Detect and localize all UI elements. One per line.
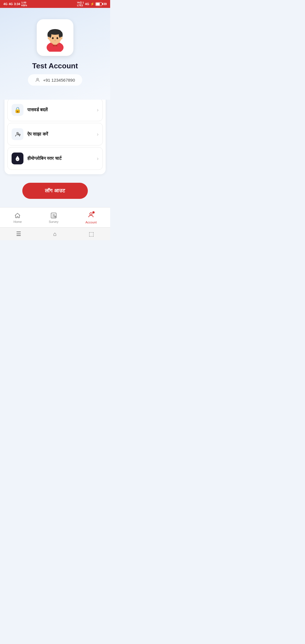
svg-point-10 bbox=[55, 40, 56, 41]
nav-survey-label: Survey bbox=[49, 220, 58, 223]
svg-rect-12 bbox=[55, 45, 57, 46]
nav-survey[interactable]: Survey bbox=[43, 211, 64, 225]
phone-number: +91 1234567890 bbox=[43, 78, 75, 82]
menu-section: 🔒 पासवर्ड बदलें › ऐप साझा करें › हीमोग्ल… bbox=[5, 94, 106, 174]
menu-item-hemoglobin-chart[interactable]: हीमोग्लोबिन स्तर चार्ट › bbox=[7, 147, 103, 170]
sim2-4g: 4G bbox=[85, 2, 89, 6]
nav-account-label: Account bbox=[85, 221, 97, 224]
menu-item-change-password[interactable]: 🔒 पासवर्ड बदलें › bbox=[7, 99, 103, 121]
lock-icon: 🔒 bbox=[12, 104, 23, 116]
home-system-button[interactable]: ⌂ bbox=[53, 231, 56, 237]
battery-percent: 39 bbox=[103, 2, 107, 6]
profile-section: Test Account +91 1234567890 bbox=[0, 8, 110, 100]
account-icon-wrap bbox=[88, 212, 94, 219]
svg-point-8 bbox=[52, 37, 54, 39]
menu-item-share-app[interactable]: ऐप साझा करें › bbox=[7, 123, 103, 145]
share-app-label: ऐप साझा करें bbox=[27, 132, 93, 137]
status-bar: 4G 4G 3:34 1.00KB/s Vo)) 1LTE2 4G ⚡ 39 bbox=[0, 0, 110, 8]
svg-point-22 bbox=[90, 213, 92, 215]
svg-line-16 bbox=[18, 134, 19, 134]
status-right: Vo)) 1LTE2 4G ⚡ 39 bbox=[77, 1, 107, 7]
chevron-right-icon-2: › bbox=[97, 131, 99, 137]
nav-account[interactable]: Account bbox=[80, 210, 102, 225]
avatar-image bbox=[41, 23, 69, 52]
logout-button[interactable]: लॉग आउट bbox=[22, 183, 88, 199]
battery-indicator bbox=[95, 2, 102, 6]
blood-drop-icon bbox=[12, 153, 23, 164]
bottom-nav: Home Survey Account bbox=[0, 207, 110, 227]
account-active-dot bbox=[92, 211, 95, 214]
change-password-label: पासवर्ड बदलें bbox=[27, 107, 93, 112]
chevron-right-icon: › bbox=[97, 107, 99, 113]
menu-system-button[interactable]: ☰ bbox=[16, 230, 21, 237]
home-icon bbox=[14, 212, 21, 219]
person-icon bbox=[35, 77, 40, 82]
svg-point-7 bbox=[60, 37, 62, 40]
avatar-container bbox=[37, 19, 73, 56]
svg-rect-21 bbox=[55, 216, 56, 217]
signal-2: 4G bbox=[9, 2, 13, 6]
lightning-icon: ⚡ bbox=[90, 2, 94, 6]
svg-point-9 bbox=[56, 37, 58, 39]
svg-point-13 bbox=[37, 78, 38, 80]
svg-point-6 bbox=[48, 37, 50, 40]
nav-home[interactable]: Home bbox=[8, 211, 27, 225]
time: 3:34 bbox=[14, 2, 20, 6]
logout-section: लॉग आउट bbox=[0, 174, 110, 207]
back-system-button[interactable]: ⬚ bbox=[89, 230, 94, 237]
hemoglobin-label: हीमोग्लोबिन स्तर चार्ट bbox=[27, 156, 93, 161]
status-left: 4G 4G 3:34 1.00KB/s bbox=[3, 1, 27, 7]
signal-1: 4G bbox=[3, 2, 8, 6]
survey-icon bbox=[50, 212, 57, 219]
profile-name: Test Account bbox=[32, 62, 78, 70]
system-nav-bar: ☰ ⌂ ⬚ bbox=[0, 227, 110, 240]
share-icon bbox=[12, 128, 23, 140]
speed: 1.00KB/s bbox=[21, 1, 27, 7]
nav-home-label: Home bbox=[14, 220, 22, 223]
chevron-right-icon-3: › bbox=[97, 156, 99, 162]
phone-badge: +91 1234567890 bbox=[28, 74, 82, 86]
volte-icon: Vo)) 1LTE2 bbox=[77, 1, 84, 7]
svg-rect-11 bbox=[53, 45, 55, 46]
